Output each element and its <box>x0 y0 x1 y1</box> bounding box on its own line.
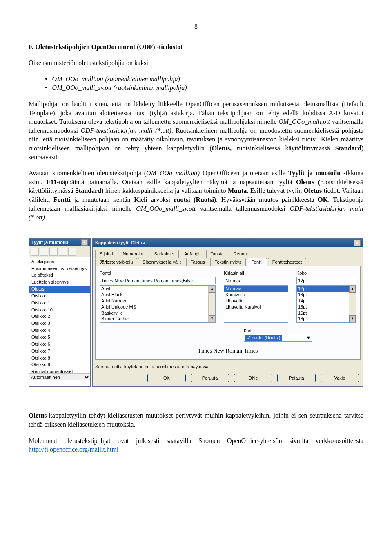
font-tab-panel: Fontti Arial Arial Black Arial Narrow Ar… <box>95 266 361 359</box>
dialog-button-row: OK Peruuta Ohje Palauta Vakio <box>93 371 363 387</box>
list-item[interactable]: 16pt <box>297 310 356 316</box>
tab-sisennykset[interactable]: Sisennykset ja välit <box>138 258 185 266</box>
list-item[interactable]: Lihavoitu Kursivoi <box>224 304 288 310</box>
tab-fonttitehosteet[interactable]: Fonttitehosteet <box>268 258 307 266</box>
list-item[interactable]: 18pt <box>297 316 356 322</box>
list-item[interactable]: Lihavoitu <box>224 298 288 304</box>
typeface-input[interactable] <box>224 277 288 284</box>
list-item[interactable]: Arial <box>100 286 215 292</box>
tab-numerointi[interactable]: Numerointi <box>118 250 149 258</box>
font-listbox[interactable]: Arial Arial Black Arial Narrow Arial Uni… <box>100 285 216 323</box>
scroll-up-icon[interactable]: ▲ <box>209 286 215 293</box>
size-label: Koko <box>296 270 356 276</box>
list-item-selected[interactable]: Normaali <box>224 286 288 292</box>
list-item-selected[interactable]: Oletus <box>29 286 90 293</box>
close-icon[interactable]: × <box>81 239 88 246</box>
scrollbar[interactable]: ▲ ▼ <box>208 286 215 322</box>
list-item[interactable]: Otsikko 9 <box>29 361 90 368</box>
size-listbox[interactable]: 12pt 13pt 14pt 15pt 16pt 18pt ▲ ▼ <box>296 285 356 323</box>
list-item[interactable]: Reunahuomautukset <box>29 368 90 373</box>
tab-row-2: Järjestelytyökalu Sisennykset ja välit T… <box>93 258 363 266</box>
section-heading: F. Oletustekstipohjien OpenDocument (ODF… <box>29 42 363 51</box>
list-item[interactable]: Otsikko 6 <box>29 341 90 348</box>
ok-button[interactable]: OK <box>147 374 186 382</box>
frame-styles-icon[interactable] <box>49 248 58 256</box>
close-icon[interactable]: × <box>354 240 361 246</box>
list-item[interactable]: Otsikko 7 <box>29 348 90 355</box>
tab-sarkaimet[interactable]: Sarkaimet <box>150 250 179 258</box>
scrollbar[interactable]: ▲ ▼ <box>349 286 356 322</box>
list-item[interactable]: 14pt <box>297 298 356 304</box>
list-item[interactable]: Arial Black <box>100 292 215 298</box>
list-item[interactable]: Otsikko 1 <box>29 300 90 306</box>
list-item[interactable]: 15pt <box>297 304 356 310</box>
list-item: OM_OOo_malli_sv.ott (ruotsinkielinen mal… <box>45 83 363 92</box>
list-item[interactable]: Leipäteksti <box>29 272 90 279</box>
styles-filter: Automaattinen <box>29 373 90 380</box>
scroll-down-icon[interactable]: ▼ <box>209 315 215 322</box>
dialog-titlebar: Kappaleen tyyli: Oletus × <box>93 239 363 247</box>
page-number: - 8 - <box>29 22 363 31</box>
list-item[interactable]: Otsikko <box>29 293 90 300</box>
list-item[interactable]: Otsikko 8 <box>29 355 90 362</box>
intro-para: Oikeusministeriön oletustekstipohjia on … <box>29 58 363 67</box>
list-item[interactable]: Kursivoitu <box>224 292 288 298</box>
tab-fontti[interactable]: Fontti <box>247 258 267 266</box>
list-item[interactable]: Otsikko 5 <box>29 334 90 341</box>
list-item[interactable]: 13pt <box>297 292 356 298</box>
size-input[interactable] <box>296 277 356 284</box>
para-1: Mallipohjat on laadittu siten, että on l… <box>29 100 363 161</box>
styles-panel: Tyylit ja muotoilu × Allekirjoitus Ensim… <box>29 238 91 387</box>
tab-anfangit[interactable]: Anfangit <box>180 250 205 258</box>
scroll-up-icon[interactable]: ▲ <box>349 286 356 293</box>
typeface-listbox[interactable]: Normaali Kursivoitu Lihavoitu Lihavoitu … <box>224 285 288 323</box>
font-label: Fontti <box>100 270 216 276</box>
tab-jarjestelytyokalу[interactable]: Järjestelytyökalu <box>95 258 137 266</box>
standard-button[interactable]: Vakio <box>321 374 359 382</box>
help-button[interactable]: Ohje <box>234 374 272 382</box>
character-styles-icon[interactable] <box>40 248 48 256</box>
chevron-down-icon[interactable]: ▼ <box>306 335 311 341</box>
tab-reunat[interactable]: Reunat <box>229 250 252 258</box>
para-2: Avataan suomenkielinen oletustekstipohja… <box>29 169 363 222</box>
list-item[interactable]: Ensimmäisen rivin sisennys <box>29 265 90 272</box>
tab-tasaus[interactable]: Tasaus <box>186 258 209 266</box>
check-icon <box>247 335 251 341</box>
tab-sijainti[interactable]: Sijainti <box>95 250 117 258</box>
screenshot-container: Tyylit ja muotoilu × Allekirjoitus Ensim… <box>29 238 363 387</box>
font-input[interactable] <box>100 277 216 284</box>
styles-panel-titlebar: Tyylit ja muotoilu × <box>29 239 90 246</box>
typeface-label: Kirjasinlaji <box>224 270 288 276</box>
list-item[interactable]: Allekirjoitus <box>29 258 90 265</box>
font-preview: Times New Roman;Times <box>100 347 356 355</box>
list-item[interactable]: Baskerville <box>100 310 215 316</box>
list-item: OM_OOo_malli.ott (suomenkielinen mallipo… <box>45 75 363 84</box>
list-item[interactable]: Otsikko 2 <box>29 313 90 320</box>
list-item[interactable]: Luettelon sisennys <box>29 279 90 286</box>
tab-tausta[interactable]: Tausta <box>206 250 228 258</box>
list-item[interactable]: Arial Unicode MS <box>100 304 215 310</box>
dialog-title: Kappaleen tyyli: Oletus <box>95 240 145 246</box>
list-item[interactable]: Otsikko 4 <box>29 327 90 334</box>
reset-button[interactable]: Palauta <box>277 374 316 382</box>
paragraph-style-dialog: Kappaleen tyyli: Oletus × Sijainti Numer… <box>92 238 363 387</box>
tab-rivitys[interactable]: Tekstin rivitys <box>210 258 246 266</box>
paragraph-styles-icon[interactable] <box>31 248 39 256</box>
tab-row-1: Sijainti Numerointi Sarkaimet Anfangit T… <box>93 247 363 258</box>
template-list: OM_OOo_malli.ott (suomenkielinen mallipo… <box>45 75 363 92</box>
templates-link[interactable]: http://fi.openoffice.org/mallit.html <box>29 446 118 453</box>
list-item[interactable]: Otsikko 3 <box>29 320 90 327</box>
list-styles-icon[interactable] <box>68 248 76 256</box>
page-styles-icon[interactable] <box>59 248 67 256</box>
cancel-button[interactable]: Peruuta <box>191 374 229 382</box>
para-3: Oletus-kappaletyyliin tehdyt kieliasetus… <box>29 411 363 429</box>
language-select[interactable]: ruotsi (Ruotsi) ▼ <box>244 334 312 342</box>
styles-toolbar <box>29 246 90 257</box>
scroll-down-icon[interactable]: ▼ <box>349 315 356 322</box>
list-item[interactable]: Otsikko 10 <box>29 306 90 313</box>
styles-filter-select[interactable]: Automaattinen <box>29 374 90 380</box>
styles-list[interactable]: Allekirjoitus Ensimmäisen rivin sisennys… <box>29 257 90 373</box>
list-item[interactable]: Arial Narrow <box>100 298 215 304</box>
list-item-selected[interactable]: 12pt <box>297 286 356 292</box>
list-item[interactable]: Binner Gothic <box>100 316 215 322</box>
